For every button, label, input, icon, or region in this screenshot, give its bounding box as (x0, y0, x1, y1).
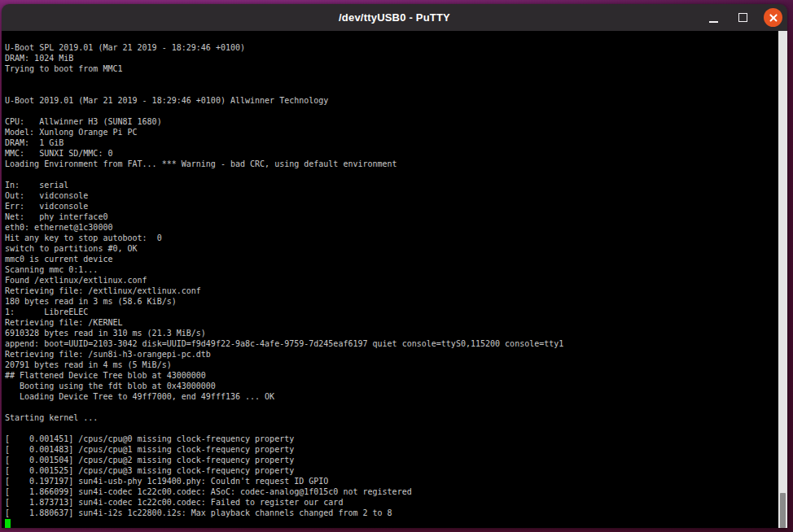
scrollbar-thumb[interactable] (780, 493, 786, 528)
minimize-icon (709, 21, 718, 23)
terminal-line: [ 0.001504] /cpus/cpu@2 missing clock-fr… (5, 455, 778, 465)
terminal-line (5, 106, 778, 116)
terminal-line: Loading Environment from FAT... *** Warn… (5, 159, 778, 169)
terminal-line: Loading Device Tree to 49ff7000, end 49f… (5, 391, 778, 402)
close-icon (764, 8, 782, 27)
putty-window: /dev/ttyUSB0 - PuTTY U-Boot SPL 2019.01 … (2, 4, 787, 528)
close-button[interactable] (764, 8, 782, 27)
terminal-line (5, 74, 778, 85)
terminal-output[interactable]: U-Boot SPL 2019.01 (Mar 21 2019 - 18:29:… (2, 31, 778, 528)
maximize-button[interactable] (734, 9, 752, 27)
terminal-line: 1: LibreELEC (5, 307, 778, 317)
terminal-line: Retrieving file: /sun8i-h3-orangepi-pc.d… (5, 349, 778, 360)
terminal-cursor (5, 519, 11, 529)
terminal-line: [ 0.001483] /cpus/cpu@1 missing clock-fr… (5, 444, 778, 455)
terminal-line (5, 169, 778, 180)
terminal-line: U-Boot 2019.01 (Mar 21 2019 - 18:29:46 +… (5, 95, 778, 106)
scrollbar[interactable] (778, 31, 787, 528)
terminal-line: In: serial (5, 180, 778, 190)
terminal-line: Retrieving file: /extlinux/extlinux.conf (5, 286, 778, 296)
terminal-line: U-Boot SPL 2019.01 (Mar 21 2019 - 18:29:… (5, 42, 778, 53)
terminal-line: [ 1.880637] sun4i-i2s 1c22800.i2s: Max p… (5, 508, 778, 518)
titlebar[interactable]: /dev/ttyUSB0 - PuTTY (2, 4, 787, 31)
terminal-line: append: boot=UUID=2103-3042 disk=UUID=f9… (5, 338, 778, 349)
terminal-line (5, 402, 778, 412)
desktop-background: /dev/ttyUSB0 - PuTTY U-Boot SPL 2019.01 … (0, 0, 793, 532)
window-controls (705, 4, 782, 31)
terminal-line: Trying to boot from MMC1 (5, 63, 778, 74)
terminal-line: [ 1.866099] sun4i-codec 1c22c00.codec: A… (5, 486, 778, 497)
terminal-line: Model: Xunlong Orange Pi PC (5, 127, 778, 137)
terminal-line: [ 1.873713] sun4i-codec 1c22c00.codec: F… (5, 497, 778, 508)
terminal-line: Net: phy interface0 (5, 211, 778, 222)
terminal-line: CPU: Allwinner H3 (SUN8I 1680) (5, 116, 778, 127)
terminal-line: Found /extlinux/extlinux.conf (5, 275, 778, 286)
terminal-line: mmc0 is current device (5, 254, 778, 264)
terminal-line: Retrieving file: /KERNEL (5, 317, 778, 328)
terminal-line (5, 518, 778, 528)
terminal-line: eth0: ethernet@1c30000 (5, 222, 778, 233)
terminal-line: [ 0.001525] /cpus/cpu@3 missing clock-fr… (5, 465, 778, 476)
terminal-line: 6910328 bytes read in 310 ms (21.3 MiB/s… (5, 328, 778, 338)
terminal-line: Hit any key to stop autoboot: 0 (5, 233, 778, 243)
terminal-line: Starting kernel ... (5, 412, 778, 423)
terminal-line: ## Flattened Device Tree blob at 4300000… (5, 370, 778, 381)
terminal[interactable]: U-Boot SPL 2019.01 (Mar 21 2019 - 18:29:… (2, 31, 787, 528)
terminal-line: MMC: SUNXI SD/MMC: 0 (5, 148, 778, 159)
terminal-line (5, 423, 778, 434)
terminal-line: 180 bytes read in 3 ms (58.6 KiB/s) (5, 296, 778, 307)
terminal-line: [ 0.197197] sun4i-usb-phy 1c19400.phy: C… (5, 476, 778, 486)
maximize-icon (738, 13, 747, 22)
terminal-line: DRAM: 1024 MiB (5, 53, 778, 63)
terminal-line: switch to partitions #0, OK (5, 243, 778, 254)
terminal-line: Out: vidconsole (5, 190, 778, 201)
terminal-line: 20791 bytes read in 4 ms (5 MiB/s) (5, 360, 778, 370)
terminal-line: Err: vidconsole (5, 201, 778, 211)
terminal-line (5, 85, 778, 95)
terminal-line: [ 0.001451] /cpus/cpu@0 missing clock-fr… (5, 434, 778, 444)
terminal-line: Booting using the fdt blob at 0x43000000 (5, 381, 778, 391)
minimize-button[interactable] (705, 9, 723, 27)
window-title: /dev/ttyUSB0 - PuTTY (339, 11, 450, 24)
terminal-line: DRAM: 1 GiB (5, 137, 778, 148)
terminal-line: Scanning mmc 0:1... (5, 264, 778, 275)
